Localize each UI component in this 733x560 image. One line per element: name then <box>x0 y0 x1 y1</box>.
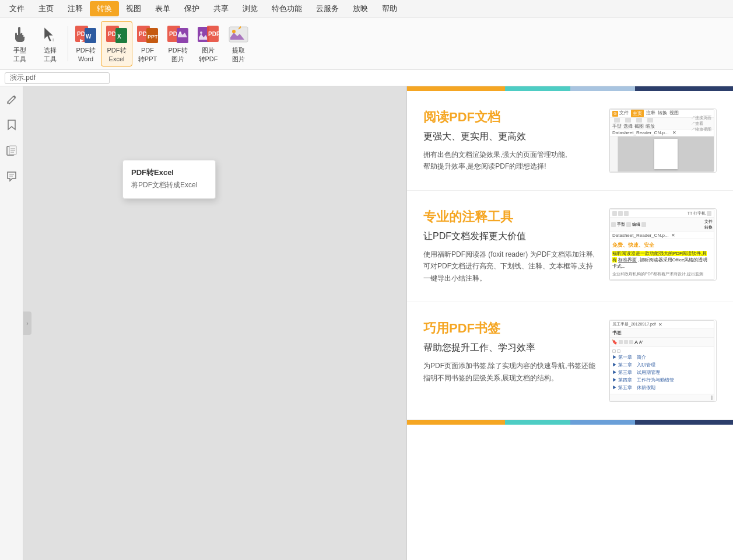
pdf-section-annot-title: 专业的注释工具 <box>423 208 599 226</box>
pdf-section-annot-desc: 使用福昕PDF阅读器 (foxit reader) 为PDF文档添加注释,可对P… <box>423 249 599 284</box>
pdf-section-bookmark-preview: 员工手册_20120917.pdf✕ 书签 🔖 A A' <box>609 320 717 402</box>
svg-marker-0 <box>44 27 53 41</box>
bottom-seg-3 <box>570 420 636 425</box>
pdf-ppt-label: PDF转PPT <box>138 46 157 63</box>
menu-share[interactable]: 共享 <box>206 1 236 16</box>
mini-ui-bkmk: 员工手册_20120917.pdf✕ 书签 🔖 A A' <box>609 320 714 401</box>
toolbar: 手型工具 I 选择工具 PDF ▶ W PDF转Word <box>0 18 733 70</box>
pdf-to-word-button[interactable]: PDF ▶ W PDF转Word <box>71 21 101 66</box>
sidebar-bookmark-icon[interactable] <box>3 117 20 133</box>
menu-convert[interactable]: 转换 <box>90 1 119 16</box>
menu-features[interactable]: 特色功能 <box>265 1 309 16</box>
mini-tb-select: 选择 <box>623 118 633 130</box>
extract-image-button[interactable]: 提取图片 <box>223 21 254 66</box>
svg-text:X: X <box>117 33 121 40</box>
pdf-img-label: PDF转图片 <box>169 46 188 63</box>
svg-point-24 <box>232 30 236 33</box>
mini-page <box>654 139 678 169</box>
pdf-word-icon: PDF ▶ W <box>75 24 96 45</box>
mini-tb-hand: 手型 <box>612 118 622 130</box>
menu-cloud[interactable]: 云服务 <box>309 1 346 16</box>
pdf-ppt-icon: PDF PPT <box>137 24 158 45</box>
menu-annotate[interactable]: 注释 <box>61 1 90 16</box>
mini-annot-tab: Datasheet_Reader_CN.p...✕ <box>610 232 714 239</box>
pdf-section-bookmark-subtitle: 帮助您提升工作、学习效率 <box>423 342 599 354</box>
menu-browse[interactable]: 浏览 <box>236 1 265 16</box>
mini-ui-read: G 文件 主页 注释 转换 视图 手型 选择 截图 缩放 <box>609 109 714 172</box>
bottom-seg-4 <box>635 420 733 425</box>
mini-annot-content: 免费、快速、安全 福昕阅读器是一款功能强大的PDF阅读软件,具有 标准界面 ,福… <box>610 239 714 279</box>
divider-1 <box>68 26 68 61</box>
left-sidebar <box>0 86 23 560</box>
center-panel: › PDF转Excel 将PDF文档转成Excel <box>23 86 406 560</box>
bottom-color-strip <box>407 420 733 425</box>
pdf-section-bookmark-desc: 为PDF页面添加书签,除了实现内容的快速导航,书签还能指明不同书签的层级关系,展… <box>423 360 599 384</box>
svg-text:I: I <box>52 37 54 43</box>
tooltip-dropdown: PDF转Excel 将PDF文档转成Excel <box>122 160 216 199</box>
pdf-to-excel-button[interactable]: PDF X PDF转Excel <box>101 21 132 66</box>
select-tool-button[interactable]: I 选择工具 <box>35 21 65 66</box>
extract-img-icon <box>228 24 249 45</box>
image-to-pdf-button[interactable]: PDF 图片转PDF <box>193 21 223 66</box>
menu-help[interactable]: 帮助 <box>375 1 404 16</box>
pdf-section-read: 阅读PDF文档 更强大、更实用、更高效 拥有出色的文档渲染效果,强大的页面管理功… <box>407 91 733 191</box>
pdf-section-bookmark: 巧用PDF书签 帮助您提升工作、学习效率 为PDF页面添加书签,除了实现内容的快… <box>407 302 733 420</box>
hand-tool-button[interactable]: 手型工具 <box>5 21 35 66</box>
bkmk-item-4: ▶ 第四章 工作行为与勤绩管 <box>612 376 711 384</box>
menu-home[interactable]: 主页 <box>31 1 61 16</box>
sidebar-comment-icon[interactable] <box>3 168 20 184</box>
pdf-excel-icon: PDF X <box>106 24 127 45</box>
menu-protect[interactable]: 保护 <box>177 1 206 16</box>
pdf-section-read-desc: 拥有出色的文档渲染效果,强大的页面管理功能,帮助提升效率,是您阅读PDF的理想选… <box>423 149 599 173</box>
pdf-to-ppt-button[interactable]: PDF PPT PDF转PPT <box>132 21 163 66</box>
mini-tb-other: 缩放 <box>646 118 655 130</box>
cursor-icon: I <box>40 24 61 45</box>
menu-present[interactable]: 放映 <box>346 1 375 16</box>
mini-content <box>610 136 714 172</box>
svg-point-20 <box>200 32 202 34</box>
hand-icon <box>9 24 30 45</box>
tooltip-title: PDF转Excel <box>123 165 215 179</box>
color-bar <box>407 86 733 91</box>
pdf-section-annot: 专业的注释工具 让PDF文档发挥更大价值 使用福昕PDF阅读器 (foxit r… <box>407 191 733 302</box>
svg-point-18 <box>179 32 181 34</box>
svg-text:▶: ▶ <box>80 38 84 43</box>
tooltip-desc: 将PDF文档转成Excel <box>123 179 215 194</box>
menu-file[interactable]: 文件 <box>2 1 31 16</box>
pdf-section-read-title: 阅读PDF文档 <box>423 108 599 126</box>
bkmk-item-5: ▶ 第五章 休薪假期 <box>612 384 711 391</box>
bkmk-content: ▶ 第一章 简介 ▶ 第二章 入职管理 ▶ 第三章 试用期管理 ▶ 第四章 工作… <box>610 347 714 394</box>
bottom-seg-1 <box>407 420 505 425</box>
mini-ui-annot: TT 打字机 手型 编辑 文件转换 Datasheet_ <box>609 209 714 280</box>
bkmk-label: 书签 <box>610 328 714 338</box>
mini-menu: 文件 主页 注释 转换 视图 <box>619 110 679 117</box>
mini-doc <box>618 136 714 172</box>
mini-bkmk-tab: 员工手册_20120917.pdf✕ <box>610 321 714 328</box>
mini-logo: G <box>612 111 618 117</box>
svg-text:W: W <box>86 33 92 40</box>
pdf-excel-label: PDF转Excel <box>107 46 127 63</box>
menubar: 文件 主页 注释 转换 视图 表单 保护 共享 浏览 特色功能 云服务 放映 帮… <box>0 0 733 18</box>
svg-text:PDF: PDF <box>208 31 220 37</box>
collapse-handle[interactable]: › <box>23 312 31 335</box>
pathbar <box>0 70 733 86</box>
sidebar-pages-icon[interactable] <box>3 142 20 159</box>
bkmk-item-3: ▶ 第三章 试用期管理 <box>612 369 711 376</box>
menu-view[interactable]: 视图 <box>119 1 148 16</box>
pdf-section-read-preview: G 文件 主页 注释 转换 视图 手型 选择 截图 缩放 <box>609 108 717 173</box>
pdf-section-annot-text: 专业的注释工具 让PDF文档发挥更大价值 使用福昕PDF阅读器 (foxit r… <box>423 208 609 284</box>
color-seg-3 <box>570 86 636 91</box>
pdf-to-image-button[interactable]: PDF PDF转图片 <box>163 21 193 66</box>
bkmk-item-2: ▶ 第二章 入职管理 <box>612 361 711 369</box>
pdf-section-bookmark-title: 巧用PDF书签 <box>423 320 599 337</box>
sidebar-edit-icon[interactable] <box>3 91 20 107</box>
file-path-input[interactable] <box>5 72 110 84</box>
pdf-section-bookmark-text: 巧用PDF书签 帮助您提升工作、学习效率 为PDF页面添加书签,除了实现内容的快… <box>423 320 609 384</box>
extract-img-label: 提取图片 <box>232 46 245 63</box>
pdf-section-annot-preview: TT 打字机 手型 编辑 文件转换 Datasheet_ <box>609 208 717 281</box>
pdf-section-annot-subtitle: 让PDF文档发挥更大价值 <box>423 230 599 243</box>
color-seg-1 <box>407 86 505 91</box>
menu-form[interactable]: 表单 <box>148 1 177 16</box>
pdf-word-label: PDF转Word <box>76 46 96 63</box>
bkmk-scrollbar[interactable] <box>610 394 714 401</box>
